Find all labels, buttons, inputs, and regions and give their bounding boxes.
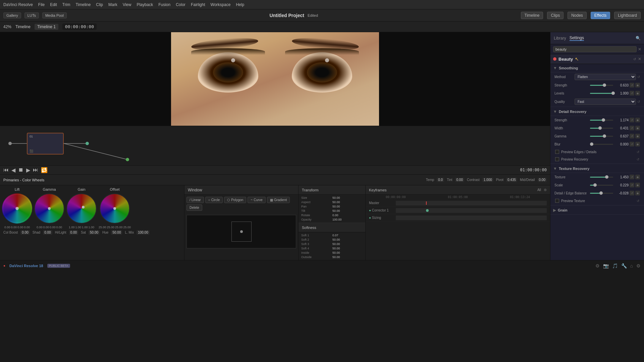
dr-blur-thumb[interactable] [590, 142, 593, 146]
levels-thumb[interactable] [611, 92, 615, 95]
mid-detail-value[interactable]: 0.00 [538, 178, 547, 182]
dr-gamma-slider[interactable] [590, 136, 613, 137]
texture-thumb[interactable] [605, 175, 608, 179]
preview-texture-reset-icon[interactable]: ↺ [637, 199, 639, 203]
soft4-val[interactable]: 50.00 [332, 247, 363, 250]
status-icon-2[interactable]: 📷 [603, 263, 609, 268]
dr-width-reset-icon[interactable]: ↺ [630, 126, 634, 130]
method-reset-icon[interactable]: ↺ [637, 75, 640, 79]
rotate-val[interactable]: 0.00 [332, 214, 363, 217]
offset-wheel-container[interactable] [100, 193, 130, 224]
tint-value[interactable]: 0.00 [455, 178, 464, 182]
dr-gamma-reset-icon[interactable]: ↺ [630, 134, 634, 138]
stop-button[interactable]: ⏹ [18, 167, 23, 173]
dr-strength-thumb[interactable] [602, 118, 605, 122]
detail-edge-keyframe-icon[interactable]: ◆ [635, 191, 640, 195]
grain-section-header[interactable]: ▶ Grain [550, 206, 644, 215]
lightboard-button[interactable]: Lightboard [614, 12, 641, 19]
menu-item-edit[interactable]: Edit [50, 2, 57, 7]
gain-wheel-container[interactable] [66, 193, 97, 224]
tilt-val[interactable]: 50.00 [332, 209, 363, 213]
gallery-button[interactable]: Gallery [3, 12, 21, 18]
beauty-close-icon[interactable]: ✕ [638, 57, 641, 61]
levels-slider[interactable] [590, 93, 613, 94]
media-pool-button[interactable]: Media Pool [42, 12, 67, 18]
library-tab[interactable]: Library [554, 36, 566, 41]
outside-val[interactable]: 50.00 [332, 255, 363, 259]
skip-forward-button[interactable]: ⏭ [33, 167, 38, 173]
dr-strength-reset-icon[interactable]: ↺ [630, 118, 634, 122]
soft1-val[interactable]: 0.07 [332, 234, 363, 237]
status-icon-1[interactable]: ⚙ [595, 263, 600, 268]
gradient-shape-btn[interactable]: ▦ Gradient [267, 197, 290, 203]
lift-wheel-container[interactable] [2, 193, 32, 224]
method-select[interactable]: Flatten [575, 74, 636, 80]
skip-back-button[interactable]: ⏮ [3, 167, 9, 173]
quality-select[interactable]: Fast [575, 99, 636, 105]
preview-edges-reset-icon[interactable]: ↺ [637, 150, 639, 154]
texture-recovery-header[interactable]: ▼ Texture Recovery [550, 165, 644, 173]
preview-texture-checkbox[interactable] [555, 199, 559, 203]
scale-keyframe-icon[interactable]: ◆ [635, 183, 640, 187]
beauty-reset-icon[interactable]: ↺ [633, 57, 636, 61]
search-clear-icon[interactable]: ✕ [638, 47, 641, 52]
loop-button[interactable]: 🔁 [41, 167, 48, 173]
soft3-val[interactable]: 50.00 [332, 242, 363, 246]
dr-width-slider[interactable] [590, 128, 613, 129]
circle-shape-btn[interactable]: ○ Circle [205, 197, 223, 203]
levels-reset-icon[interactable]: ↺ [630, 91, 634, 96]
detail-edge-reset-icon[interactable]: ↺ [630, 191, 634, 195]
dr-gamma-keyframe-icon[interactable]: ◆ [635, 134, 640, 138]
detail-edge-thumb[interactable] [599, 191, 603, 195]
menu-item-fusion[interactable]: Fusion [158, 2, 170, 7]
dr-strength-slider[interactable] [590, 120, 613, 121]
shad-value[interactable]: 0.00 [43, 230, 52, 235]
polygon-shape-btn[interactable]: ⬡ Polygon [224, 197, 246, 203]
effects-button[interactable]: Effects [591, 12, 610, 19]
status-icon-4[interactable]: 🔧 [621, 263, 627, 268]
strength-keyframe-icon[interactable]: ◆ [635, 83, 640, 87]
menu-item-timeline[interactable]: Timeline [75, 2, 91, 7]
curve-shape-btn[interactable]: ~ Curve [248, 197, 266, 203]
inside-val[interactable]: 50.00 [332, 251, 363, 254]
scale-slider[interactable] [590, 185, 613, 186]
search-input[interactable] [553, 46, 637, 52]
levels-keyframe-icon[interactable]: ◆ [635, 91, 640, 96]
keyframes-filter[interactable]: All [537, 188, 541, 192]
dr-blur-slider[interactable] [590, 144, 613, 145]
soft2-val[interactable]: 50.00 [332, 238, 363, 241]
smoothing-section-header[interactable]: ▼ Smoothing [550, 64, 644, 72]
menu-item-file[interactable]: File [38, 2, 45, 7]
dr-width-keyframe-icon[interactable]: ◆ [635, 126, 640, 130]
menu-item-help[interactable]: Help [236, 2, 244, 7]
col-boost-value[interactable]: 0.00 [20, 230, 30, 235]
nodes-button[interactable]: Nodes [568, 12, 587, 19]
dr-strength-keyframe-icon[interactable]: ◆ [635, 118, 640, 122]
pivot-value[interactable]: 0.435 [506, 178, 517, 182]
clips-button[interactable]: Clips [547, 12, 564, 19]
linear-shape-btn[interactable]: / Linear [186, 197, 204, 203]
status-icon-3[interactable]: 🎵 [612, 263, 618, 268]
dr-blur-keyframe-icon[interactable]: ◆ [635, 142, 640, 146]
aspect-val[interactable]: 50.00 [332, 200, 363, 204]
temp-value[interactable]: 0.0 [437, 178, 444, 182]
luts-button[interactable]: LUTs [24, 12, 39, 18]
search-icon[interactable]: 🔍 [636, 36, 641, 41]
sat-value[interactable]: 50.00 [89, 230, 100, 235]
menu-item-workspace[interactable]: Workspace [211, 2, 231, 7]
opacity-val[interactable]: 100.00 [332, 218, 363, 221]
delete-shape-btn[interactable]: Delete [186, 204, 202, 211]
status-icon-home[interactable]: ⌂ [630, 263, 633, 268]
play-button[interactable]: ▶ [26, 167, 30, 173]
scale-thumb[interactable] [593, 183, 597, 187]
hi-light-value[interactable]: 0.00 [69, 230, 78, 235]
detail-edge-slider[interactable] [590, 193, 613, 194]
preview-edges-checkbox[interactable] [555, 150, 559, 154]
size-val[interactable]: 50.00 [332, 196, 363, 199]
settings-tab[interactable]: Settings [570, 36, 584, 41]
menu-item-mark[interactable]: Mark [108, 2, 117, 7]
menu-item-clip[interactable]: Clip [96, 2, 103, 7]
texture-reset-icon[interactable]: ↺ [630, 175, 634, 179]
smoothing-strength-thumb[interactable] [603, 83, 606, 87]
menu-item-color[interactable]: Color [176, 2, 185, 7]
